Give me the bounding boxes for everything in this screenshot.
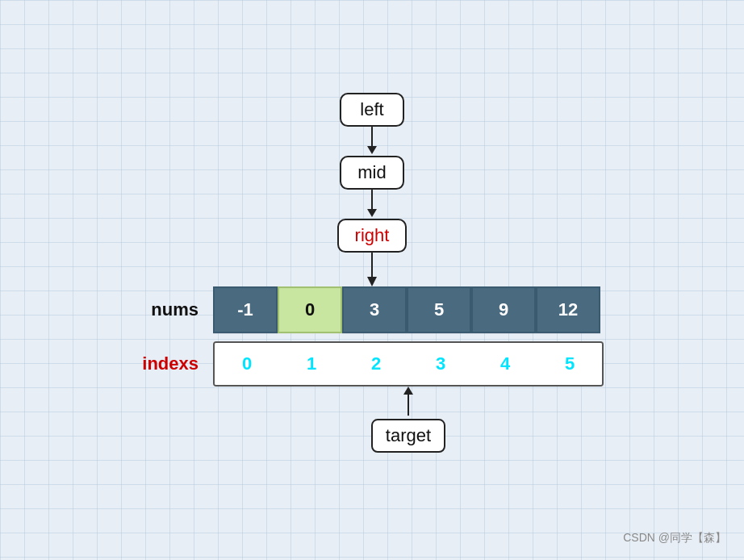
left-pointer-box: left bbox=[340, 93, 404, 127]
nums-cell-3: 5 bbox=[407, 286, 471, 333]
mid-pointer-box: mid bbox=[340, 156, 404, 190]
nums-label: nums bbox=[140, 299, 213, 320]
target-label: target bbox=[386, 425, 431, 445]
target-section: target bbox=[371, 387, 445, 453]
index-cell-4: 4 bbox=[473, 343, 537, 385]
right-label: right bbox=[355, 225, 390, 245]
index-cell-1: 1 bbox=[279, 343, 344, 385]
arrays-section: nums -1 0 3 5 9 12 bbox=[140, 286, 604, 387]
right-to-array-arrow bbox=[367, 253, 377, 286]
target-pointer-box: target bbox=[371, 419, 445, 453]
index-cell-0: 0 bbox=[215, 343, 279, 385]
index-array: 0 1 2 3 4 5 bbox=[213, 341, 604, 387]
nums-row: nums -1 0 3 5 9 12 bbox=[140, 286, 600, 333]
nums-array: -1 0 3 5 9 12 bbox=[213, 286, 600, 333]
index-cell-2: 2 bbox=[344, 343, 408, 385]
indexs-row: indexs 0 1 2 3 4 5 bbox=[140, 341, 604, 387]
left-to-mid-arrow bbox=[367, 127, 377, 156]
nums-cell-5: 12 bbox=[536, 286, 600, 333]
index-cell-5: 5 bbox=[537, 343, 602, 385]
right-pointer-box: right bbox=[337, 219, 408, 253]
pointer-stack: left mid right bbox=[337, 93, 408, 286]
mid-to-right-arrow bbox=[367, 190, 377, 219]
nums-cell-1-highlighted: 0 bbox=[278, 286, 342, 333]
watermark: CSDN @同学【森】 bbox=[623, 531, 726, 545]
nums-cell-4: 9 bbox=[471, 286, 536, 333]
target-to-array-arrow bbox=[403, 387, 413, 419]
indexs-label: indexs bbox=[140, 353, 213, 374]
nums-cell-2: 3 bbox=[342, 286, 407, 333]
mid-label: mid bbox=[357, 162, 386, 182]
nums-cell-0: -1 bbox=[213, 286, 278, 333]
left-label: left bbox=[360, 99, 383, 119]
index-cell-3: 3 bbox=[408, 343, 473, 385]
